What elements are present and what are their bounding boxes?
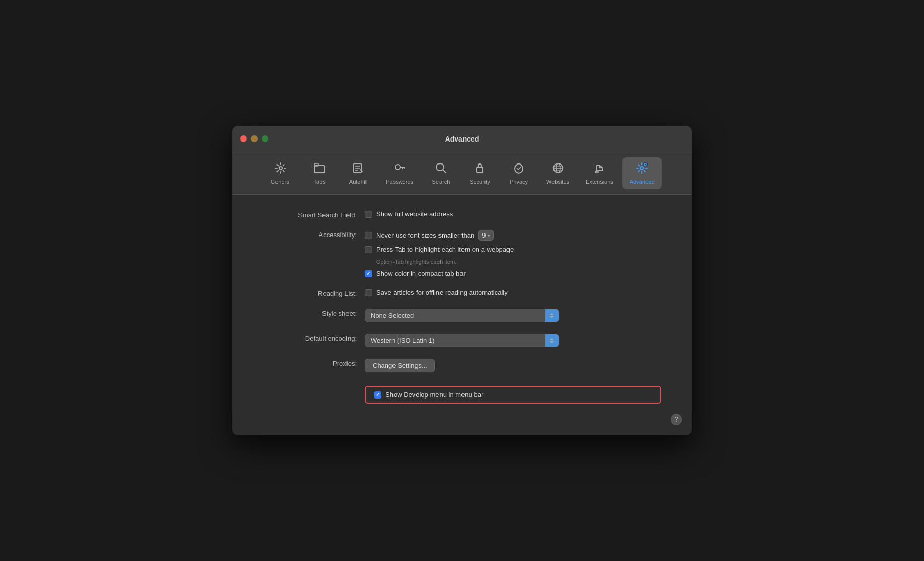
accessibility-row: Accessibility: Never use font sizes smal… bbox=[263, 230, 661, 277]
show-develop-spacer bbox=[263, 384, 365, 385]
toolbar: General Tabs AutoFill bbox=[232, 152, 692, 195]
privacy-icon bbox=[512, 161, 525, 177]
tab-security[interactable]: Security bbox=[461, 157, 498, 189]
tab-search[interactable]: Search bbox=[423, 157, 459, 189]
accessibility-label: Accessibility: bbox=[263, 230, 365, 239]
color-compact-checkbox[interactable] bbox=[365, 270, 372, 277]
tab-passwords[interactable]: Passwords bbox=[379, 157, 421, 189]
window-title: Advanced bbox=[445, 135, 479, 143]
proxies-control: Change Settings... bbox=[365, 359, 661, 372]
tab-highlight-row: Press Tab to highlight each item on a we… bbox=[365, 246, 661, 253]
chevron-up-icon bbox=[550, 338, 554, 340]
save-articles-checkbox[interactable] bbox=[365, 289, 372, 296]
style-sheet-value: None Selected bbox=[365, 309, 545, 322]
help-button[interactable]: ? bbox=[671, 414, 682, 425]
color-compact-row: Show color in compact tab bar bbox=[365, 270, 661, 277]
tab-extensions[interactable]: Extensions bbox=[579, 157, 620, 189]
style-sheet-dropdown[interactable]: None Selected bbox=[365, 309, 559, 322]
minimize-button[interactable] bbox=[251, 135, 258, 142]
close-button[interactable] bbox=[240, 135, 247, 142]
show-full-address-label: Show full website address bbox=[376, 210, 453, 218]
show-develop-row-wrapper: Show Develop menu in menu bar bbox=[263, 384, 661, 404]
smart-search-row: Smart Search Field: Show full website ad… bbox=[263, 210, 661, 219]
show-develop-control: Show Develop menu in menu bar bbox=[365, 384, 661, 404]
smart-search-control: Show full website address bbox=[365, 210, 661, 218]
tab-websites[interactable]: Websites bbox=[539, 157, 576, 189]
general-icon bbox=[274, 161, 287, 177]
font-size-dropdown[interactable]: 9 ▾ bbox=[478, 230, 494, 241]
smart-search-label: Smart Search Field: bbox=[263, 210, 365, 219]
websites-label: Websites bbox=[546, 179, 569, 185]
svg-rect-1 bbox=[314, 166, 325, 173]
tabs-icon bbox=[313, 161, 326, 177]
advanced-label: Advanced bbox=[630, 179, 655, 185]
security-icon bbox=[473, 161, 487, 177]
style-sheet-label: Style sheet: bbox=[263, 309, 365, 317]
chevron-down-icon bbox=[550, 341, 554, 343]
settings-content: Smart Search Field: Show full website ad… bbox=[232, 195, 692, 435]
autofill-label: AutoFill bbox=[349, 179, 368, 185]
reading-list-row: Reading List: Save articles for offline … bbox=[263, 289, 661, 297]
extensions-label: Extensions bbox=[586, 179, 613, 185]
default-encoding-dropdown[interactable]: Western (ISO Latin 1) bbox=[365, 334, 559, 347]
default-encoding-row: Default encoding: Western (ISO Latin 1) bbox=[263, 334, 661, 347]
search-icon bbox=[434, 161, 448, 177]
autofill-icon bbox=[352, 161, 365, 177]
proxies-row: Proxies: Change Settings... bbox=[263, 359, 661, 372]
font-size-label: Never use font sizes smaller than bbox=[376, 231, 474, 239]
search-label: Search bbox=[432, 179, 450, 185]
title-bar: Advanced bbox=[232, 126, 692, 152]
font-size-row: Never use font sizes smaller than 9 ▾ bbox=[365, 230, 661, 241]
font-size-dropdown-chevron: ▾ bbox=[488, 233, 490, 238]
svg-rect-9 bbox=[477, 167, 483, 173]
passwords-label: Passwords bbox=[386, 179, 413, 185]
tab-general[interactable]: General bbox=[262, 157, 299, 189]
reading-list-label: Reading List: bbox=[263, 289, 365, 297]
tab-privacy[interactable]: Privacy bbox=[500, 157, 537, 189]
proxies-label: Proxies: bbox=[263, 359, 365, 367]
advanced-icon bbox=[635, 161, 649, 177]
show-develop-checkbox[interactable] bbox=[374, 391, 381, 399]
show-full-address-row: Show full website address bbox=[365, 210, 661, 218]
style-sheet-row: Style sheet: None Selected bbox=[263, 309, 661, 322]
tab-advanced[interactable]: Advanced bbox=[622, 157, 662, 189]
change-settings-button[interactable]: Change Settings... bbox=[365, 359, 435, 372]
save-articles-label: Save articles for offline reading automa… bbox=[376, 289, 508, 296]
websites-icon bbox=[551, 161, 565, 177]
font-size-value: 9 bbox=[482, 231, 486, 239]
tab-highlight-checkbox[interactable] bbox=[365, 246, 372, 253]
accessibility-control: Never use font sizes smaller than 9 ▾ Pr… bbox=[365, 230, 661, 277]
color-compact-label: Show color in compact tab bar bbox=[376, 270, 466, 277]
passwords-icon bbox=[393, 161, 406, 177]
svg-rect-2 bbox=[314, 163, 318, 166]
show-develop-highlighted-row: Show Develop menu in menu bar bbox=[365, 386, 661, 404]
preferences-window: Advanced General Tabs bbox=[232, 126, 692, 435]
default-encoding-control: Western (ISO Latin 1) bbox=[365, 334, 661, 347]
security-label: Security bbox=[470, 179, 490, 185]
svg-point-16 bbox=[640, 167, 643, 170]
reading-list-control: Save articles for offline reading automa… bbox=[365, 289, 661, 296]
font-size-checkbox[interactable] bbox=[365, 232, 372, 239]
style-sheet-arrows[interactable] bbox=[545, 309, 559, 322]
chevron-down-icon bbox=[550, 316, 554, 318]
tab-autofill[interactable]: AutoFill bbox=[340, 157, 377, 189]
maximize-button[interactable] bbox=[262, 135, 268, 142]
show-full-address-checkbox[interactable] bbox=[365, 211, 372, 218]
extensions-icon bbox=[593, 161, 606, 177]
tab-highlight-label: Press Tab to highlight each item on a we… bbox=[376, 246, 514, 253]
hint-text: Option-Tab highlights each item. bbox=[376, 259, 661, 265]
chevron-up-icon bbox=[550, 313, 554, 315]
default-encoding-value: Western (ISO Latin 1) bbox=[365, 334, 545, 347]
traffic-lights bbox=[240, 135, 268, 142]
general-label: General bbox=[271, 179, 291, 185]
svg-point-7 bbox=[395, 165, 400, 170]
privacy-label: Privacy bbox=[510, 179, 528, 185]
style-sheet-control: None Selected bbox=[365, 309, 661, 322]
default-encoding-arrows[interactable] bbox=[545, 334, 559, 347]
svg-point-0 bbox=[279, 167, 282, 170]
show-develop-label: Show Develop menu in menu bar bbox=[385, 391, 483, 399]
save-articles-row: Save articles for offline reading automa… bbox=[365, 289, 661, 296]
tab-tabs[interactable]: Tabs bbox=[301, 157, 338, 189]
svg-rect-15 bbox=[595, 171, 598, 173]
default-encoding-label: Default encoding: bbox=[263, 334, 365, 342]
